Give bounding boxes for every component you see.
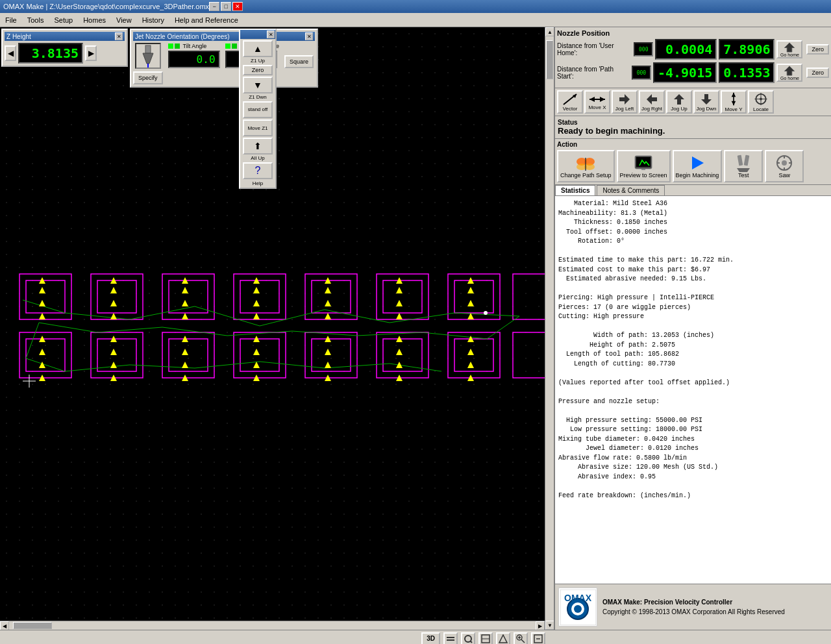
z1-up-label: Z1 Up — [251, 58, 265, 64]
vertical-scrollbar[interactable]: ▲ ▼ — [545, 27, 554, 630]
user-home-small-display: 000 — [634, 42, 653, 56]
status-title: Status — [558, 119, 828, 126]
move-y-button[interactable]: Move Y — [721, 90, 747, 114]
path-start-row: Distance from 'Path Start': 000 -4.9015 … — [557, 62, 829, 83]
path-start-x-display: -4.9015 — [653, 62, 717, 83]
svg-marker-100 — [589, 97, 595, 102]
status-text: Ready to begin machining. — [558, 126, 828, 136]
icon-btn-4[interactable] — [496, 632, 510, 645]
icon-btn-3[interactable] — [478, 632, 493, 645]
menu-homes[interactable]: Homes — [78, 15, 111, 25]
svg-point-125 — [782, 160, 787, 166]
z-height-display: 3.8135 — [18, 43, 83, 64]
go-home-ps-button[interactable]: Go home — [776, 64, 802, 82]
tilt-display: 0.0 — [168, 51, 220, 68]
scroll-right-button[interactable]: ▶ — [536, 621, 545, 630]
go-home-uh-button[interactable]: Go home — [776, 40, 802, 58]
z-height-title: Z Height — [6, 33, 31, 40]
path-start-y-display: 0.1353 — [719, 62, 775, 83]
canvas-area: Z Height ✕ ◀ 3.8135 ▶ Jet Nozzle Orienta… — [0, 27, 554, 630]
locate-button[interactable]: Locate — [748, 90, 774, 114]
change-path-button[interactable]: Change Path Setup — [557, 150, 615, 182]
z-height-titlebar: Z Height ✕ — [5, 32, 125, 41]
user-home-row: Distance from 'User Home': 000 0.0004 7.… — [557, 39, 829, 60]
z-height-panel: Z Height ✕ ◀ 3.8135 ▶ — [1, 29, 128, 67]
horizontal-scrollbar[interactable]: ◀ ▶ — [0, 621, 545, 630]
all-up-label: All Up — [251, 155, 264, 161]
path-start-zero-button[interactable]: Zero — [806, 68, 829, 78]
user-home-zero-button[interactable]: Zero — [806, 44, 829, 55]
jet-nozzle-title: Jet Nozzle Orientation (Degrees) — [135, 33, 230, 40]
test-button[interactable]: Test — [724, 150, 763, 182]
menu-history[interactable]: History — [137, 15, 169, 25]
scroll-up-button[interactable]: ▲ — [545, 27, 554, 36]
minimize-button[interactable]: − — [209, 2, 219, 11]
tilt-angle-group: Tilt Angle 0.0 — [168, 43, 220, 68]
tilt-label: Tilt Angle — [168, 43, 220, 49]
z1-up-button[interactable]: ▲ — [243, 40, 273, 57]
z1-panel-close[interactable]: ✕ — [267, 31, 275, 38]
preview-button[interactable]: Preview to Screen — [617, 150, 671, 182]
icon-btn-6[interactable] — [531, 632, 545, 645]
title-text: OMAX Make | Z:\UserStorage\qdot\complexc… — [3, 3, 209, 10]
menu-help[interactable]: Help and Reference — [169, 15, 243, 25]
specify-button[interactable]: Specify — [133, 71, 163, 84]
svg-rect-135 — [447, 637, 454, 638]
saw-button[interactable]: Saw — [765, 150, 804, 182]
main-area: Z Height ✕ ◀ 3.8135 ▶ Jet Nozzle Orienta… — [0, 27, 831, 630]
z1-down-button[interactable]: ▼ — [243, 77, 273, 93]
window-controls: − □ ✕ — [209, 2, 243, 11]
3d-mode-button[interactable]: 3D — [421, 632, 440, 645]
all-up-button[interactable]: ⬆ — [243, 138, 273, 155]
tab-notes[interactable]: Notes & Comments — [597, 185, 665, 195]
title-bar: OMAX Make | Z:\UserStorage\qdot\complexc… — [0, 0, 831, 13]
svg-rect-4 — [0, 27, 554, 630]
z-increase-button[interactable]: ▶ — [85, 45, 97, 61]
svg-line-138 — [471, 641, 473, 643]
z-decrease-button[interactable]: ◀ — [5, 45, 16, 61]
move-x-button[interactable]: Move X — [584, 90, 610, 114]
jet-nozzle-close[interactable]: ✕ — [305, 32, 313, 40]
svg-rect-0 — [145, 45, 151, 53]
statistics-text: Material: Mild Steel A36 Machineability:… — [558, 199, 828, 501]
jet-nozzle-content: Specify Tilt Angle 0.0 Direction Angle — [133, 43, 315, 84]
jog-up-button[interactable]: Jog Up — [666, 90, 692, 114]
menu-setup[interactable]: Setup — [49, 15, 78, 25]
scroll-left-button[interactable]: ◀ — [0, 621, 9, 630]
icon-btn-1[interactable] — [443, 632, 458, 645]
z1-zero-button[interactable]: Zero — [243, 65, 273, 75]
vector-button[interactable]: Vector — [557, 90, 583, 114]
user-home-x-display: 0.0004 — [655, 39, 717, 60]
begin-machining-button[interactable]: Begin Machining — [673, 150, 723, 182]
menu-file[interactable]: File — [0, 15, 22, 25]
nozzle-position-section: Nozzle Position Distance from 'User Home… — [555, 27, 831, 88]
nozzle-position-title: Nozzle Position — [557, 29, 829, 37]
square-button[interactable]: Square — [284, 55, 314, 68]
help-button-z1[interactable]: ? — [243, 162, 273, 179]
svg-marker-95 — [785, 66, 795, 75]
svg-point-93 — [484, 311, 488, 315]
standoff-button[interactable]: stand off — [243, 101, 273, 118]
main-canvas — [0, 27, 554, 630]
z-height-close[interactable]: ✕ — [115, 32, 123, 40]
scroll-thumb-horizontal[interactable] — [13, 622, 52, 629]
menu-view[interactable]: View — [111, 15, 137, 25]
maximize-button[interactable]: □ — [221, 2, 231, 11]
move-z1-button[interactable]: Move Z1 — [243, 119, 273, 136]
icon-btn-5[interactable] — [514, 632, 528, 645]
tab-statistics[interactable]: Statistics — [555, 185, 595, 195]
svg-marker-1 — [143, 53, 153, 64]
svg-marker-101 — [619, 94, 630, 105]
scroll-thumb-vertical[interactable] — [546, 40, 553, 79]
menu-tools[interactable]: Tools — [22, 15, 49, 25]
z-height-content: ◀ 3.8135 ▶ — [5, 43, 125, 64]
svg-point-133 — [574, 605, 582, 613]
path-start-label: Distance from 'Path Start': — [557, 66, 629, 80]
jog-down-button[interactable]: Jog Dwn — [693, 90, 719, 114]
jog-right-button[interactable]: Jog Rght — [639, 90, 665, 114]
omax-footer: OMAX OMAX Make: Precision Velocity Contr… — [555, 584, 831, 630]
scroll-down-button[interactable]: ▼ — [545, 621, 554, 630]
close-button[interactable]: ✕ — [232, 2, 243, 11]
icon-btn-2[interactable] — [461, 632, 475, 645]
jog-left-button[interactable]: Jog Left — [612, 90, 638, 114]
